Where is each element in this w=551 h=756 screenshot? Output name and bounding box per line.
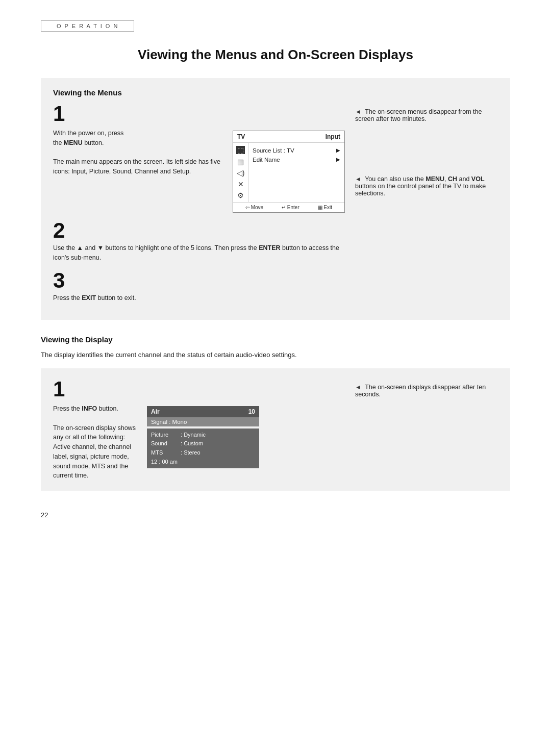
tv-menu-title: TV <box>237 133 245 140</box>
content-area: O P E R A T I O N Viewing the Menus and … <box>41 20 510 519</box>
info-pre: Press the <box>53 405 82 412</box>
operation-header: O P E R A T I O N <box>41 20 134 32</box>
tv-menu-input: Input <box>325 133 340 140</box>
step1-number: 1 <box>53 103 345 124</box>
menu-item-edit: Edit Name ▶ <box>253 155 340 164</box>
osd-details: Picture : Dynamic Sound : Custom MTS : S… <box>147 429 259 468</box>
step3-desc: Press the EXIT button to exit. <box>53 293 345 303</box>
step1-line3: The main menu appears on the screen. Its… <box>53 158 220 175</box>
note2-vol: VOL <box>471 175 485 183</box>
info-bold: INFO <box>82 405 97 412</box>
step2-bold: ENTER <box>259 244 280 251</box>
step2-text: Use the ▲ and ▼ buttons to highlight one… <box>53 244 259 251</box>
display-step1-text: Press the INFO button. The on-screen dis… <box>53 402 140 481</box>
page-title: Viewing the Menus and On-Screen Displays <box>41 47 510 63</box>
sound-icon: ◁) <box>237 169 245 177</box>
step3-end: button to exit. <box>96 294 136 301</box>
osd-mts-row: MTS : Stereo <box>151 448 255 458</box>
step2-row: 2 Use the ▲ and ▼ buttons to highlight o… <box>53 220 345 263</box>
note1-arrow: ◄ <box>355 108 361 115</box>
step3-row: 3 Press the EXIT button to exit. <box>53 270 345 303</box>
step1-line2: button. <box>84 139 104 146</box>
tv-menu-body: ⬚ ▦ ◁) ✕ ⚙ Source List : TV ▶ <box>233 143 344 202</box>
display-section-block: 1 Press the INFO button. The on-screen d… <box>41 368 510 491</box>
display-note-text: The on-screen displays disappear after t… <box>355 384 486 398</box>
osd-channel: Air <box>151 408 160 415</box>
tv-menu-header: TV Input <box>233 131 344 143</box>
osd-sound-label: Sound <box>151 439 179 448</box>
osd-signal-row: Signal : Mono <box>147 417 259 426</box>
display-step1-inner: Press the INFO button. The on-screen dis… <box>53 402 345 481</box>
viewing-menus-section: Viewing the Menus 1 With the power on, p… <box>41 78 510 320</box>
step3-pre: Press the <box>53 294 82 301</box>
tv-menu-items: Source List : TV ▶ Edit Name ▶ <box>248 143 344 202</box>
input-icon: ⬚ <box>236 146 245 154</box>
edit-arrow: ▶ <box>336 157 340 163</box>
picture-icon: ▦ <box>237 158 244 165</box>
tv-menu-icons: ⬚ ▦ ◁) ✕ ⚙ <box>233 143 248 202</box>
step3-number: 3 <box>53 270 345 291</box>
osd-signal-label: Signal <box>151 419 167 425</box>
osd-picture-label: Picture <box>151 431 179 440</box>
tv-menu-footer: ⇦ Move ↵ Enter ▦ Exit <box>233 202 344 212</box>
tv-menu-mockup: TV Input ⬚ ▦ ◁) ✕ ⚙ <box>233 131 345 213</box>
display-long-desc: The on-screen display shows any or all o… <box>53 423 140 481</box>
step1-inner: With the power on, press the MENU button… <box>53 127 345 213</box>
osd-time: 12 : 00 am <box>151 459 178 465</box>
menu-item-source: Source List : TV ▶ <box>253 146 340 155</box>
note2-arrow: ◄ <box>355 175 361 183</box>
display-right-col: ◄ The on-screen displays disappear after… <box>355 379 498 398</box>
osd-channel-num: 10 <box>248 408 255 415</box>
osd-mts-label: MTS <box>151 448 179 458</box>
display-note-arrow: ◄ <box>355 384 361 391</box>
move-label: ⇦ Move <box>245 205 263 210</box>
osd-picture-row: Picture : Dynamic <box>151 431 255 440</box>
viewing-display-title: Viewing the Display <box>41 335 510 344</box>
osd-sound-value: : Custom <box>181 440 203 446</box>
edit-name-label: Edit Name <box>253 157 280 163</box>
info-end: button. <box>97 405 118 412</box>
viewing-display-intro: The display identifies the current chann… <box>41 350 510 360</box>
menus-note1: ◄ The on-screen menus disappear from the… <box>355 108 498 122</box>
note1-text: The on-screen menus disappear from the s… <box>355 108 482 122</box>
display-step1-desc: Press the INFO button. <box>53 404 140 414</box>
step2-desc: Use the ▲ and ▼ buttons to highlight one… <box>53 243 345 263</box>
setup-icon: ⚙ <box>237 192 244 199</box>
page-number: 22 <box>41 511 510 519</box>
step1-line1: With the power on, press <box>53 130 123 137</box>
step2-number: 2 <box>53 220 345 241</box>
step1-row: 1 With the power on, press the MENU butt… <box>53 103 345 213</box>
osd-mockup: Air 10 Signal : Mono Picture : Dynamic <box>147 406 259 468</box>
step3-bold: EXIT <box>82 294 96 301</box>
viewing-display-section: Viewing the Display The display identifi… <box>41 335 510 491</box>
source-arrow: ▶ <box>336 147 340 154</box>
note2-menu: MENU <box>425 175 444 183</box>
menus-note2: ◄ You can also use the MENU, CH and VOL … <box>355 175 498 197</box>
display-left-col: 1 Press the INFO button. The on-screen d… <box>53 379 345 481</box>
osd-header: Air 10 <box>147 406 259 417</box>
osd-signal-value: : Mono <box>169 419 187 425</box>
note2-ch: CH <box>448 175 457 183</box>
channel-icon: ✕ <box>238 181 244 188</box>
osd-time-row: 12 : 00 am <box>151 458 255 467</box>
display-two-col: 1 Press the INFO button. The on-screen d… <box>53 379 498 481</box>
menus-right-col: ◄ The on-screen menus disappear from the… <box>355 103 498 200</box>
osd-mts-value: : Stereo <box>181 449 201 456</box>
step1-text: With the power on, press the MENU button… <box>53 127 227 177</box>
operation-label: O P E R A T I O N <box>57 23 118 29</box>
osd-picture-value: : Dynamic <box>181 432 206 438</box>
display-note: ◄ The on-screen displays disappear after… <box>355 384 498 398</box>
source-list-label: Source List : TV <box>253 147 294 154</box>
step1-desc: With the power on, press the MENU button… <box>53 129 227 177</box>
enter-label: ↵ Enter <box>282 205 299 210</box>
exit-label: ▦ Exit <box>318 205 332 210</box>
viewing-menus-title: Viewing the Menus <box>53 88 498 97</box>
menus-two-col: 1 With the power on, press the MENU butt… <box>53 103 498 310</box>
osd-sound-row: Sound : Custom <box>151 439 255 448</box>
display-step1-num: 1 <box>53 379 345 400</box>
menus-left-col: 1 With the power on, press the MENU butt… <box>53 103 345 310</box>
step1-bold: MENU <box>64 139 83 146</box>
